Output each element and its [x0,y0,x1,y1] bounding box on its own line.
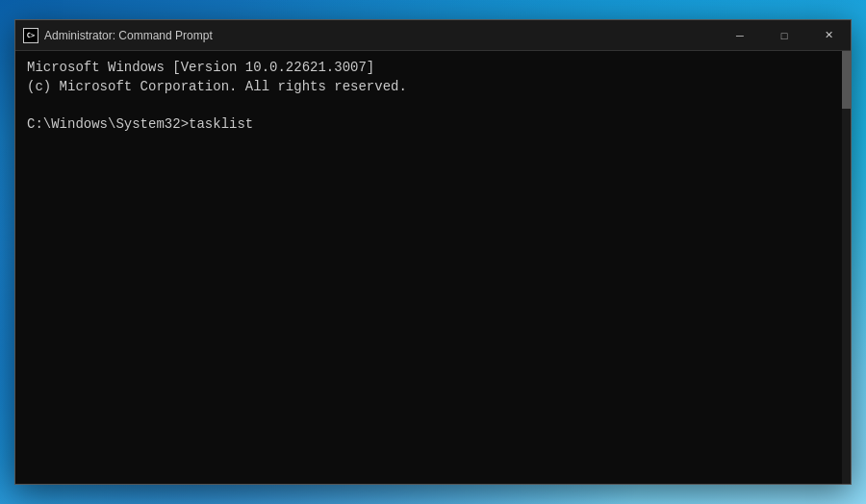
titlebar-left: C> Administrator: Command Prompt [23,28,213,43]
terminal-line-4: C:\Windows\System32>tasklist [27,116,253,132]
terminal-line-1: Microsoft Windows [Version 10.0.22621.30… [27,60,374,75]
titlebar: C> Administrator: Command Prompt ─ □ ✕ [15,20,851,51]
close-button[interactable]: ✕ [806,20,851,51]
terminal-body[interactable]: Microsoft Windows [Version 10.0.22621.30… [15,51,851,484]
scrollbar-thumb[interactable] [842,51,851,109]
titlebar-controls: ─ □ ✕ [718,20,851,51]
terminal-line-2: (c) Microsoft Corporation. All rights re… [27,79,407,94]
minimize-button[interactable]: ─ [718,20,762,51]
window-title: Administrator: Command Prompt [44,29,213,42]
cmd-icon: C> [23,28,38,43]
command-prompt-window: C> Administrator: Command Prompt ─ □ ✕ M… [14,19,852,485]
scrollbar[interactable] [842,51,851,484]
maximize-button[interactable]: □ [762,20,806,51]
terminal-output: Microsoft Windows [Version 10.0.22621.30… [27,59,839,134]
